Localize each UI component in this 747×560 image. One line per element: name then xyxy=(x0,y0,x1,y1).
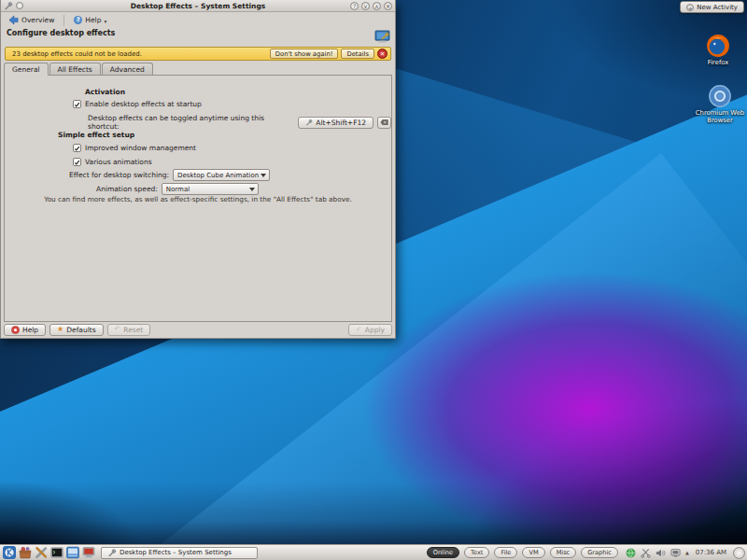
terminal-icon xyxy=(50,546,63,559)
tab-advanced[interactable]: Advanced xyxy=(102,63,153,75)
checkbox-label: Improved window management xyxy=(85,144,196,152)
overview-label: Overview xyxy=(21,16,54,24)
category-button-graphic[interactable]: Graphic xyxy=(581,547,618,558)
tray-expand-caret-icon[interactable]: ▲ xyxy=(685,550,689,555)
dont-show-again-button[interactable]: Don't show again! xyxy=(270,49,339,59)
shortcut-value: Alt+Shift+F12 xyxy=(316,119,366,127)
window-app-wrench-icon xyxy=(4,1,13,10)
page-title: Configure desktop effects xyxy=(7,29,115,37)
file-manager-icon xyxy=(66,546,79,559)
desktop-icon-chromium[interactable]: Chromium Web Browser xyxy=(690,84,747,125)
package-launcher-button[interactable] xyxy=(18,546,32,560)
warning-close-button[interactable]: ✕ xyxy=(377,49,388,59)
tab-general[interactable]: General xyxy=(4,63,49,76)
checkbox-checked-icon xyxy=(73,100,81,108)
help-menu-button[interactable]: ? Help ▾ xyxy=(70,15,110,25)
desktop-icon-firefox[interactable]: Firefox xyxy=(688,34,747,66)
warning-message: 23 desktop effects could not be loaded. xyxy=(12,50,142,58)
activation-heading: Activation xyxy=(85,88,125,96)
shortcut-clear-button[interactable] xyxy=(377,117,391,129)
button-label: Help xyxy=(22,326,38,334)
window-help-button[interactable]: ? xyxy=(350,2,359,10)
page-header: Configure desktop effects xyxy=(7,29,390,46)
tools-icon xyxy=(35,546,48,559)
volume-tray-icon[interactable] xyxy=(655,547,667,558)
reset-button[interactable]: ↶ Reset xyxy=(107,324,151,336)
new-activity-button[interactable]: + New Activity xyxy=(680,1,744,13)
animation-speed-label: Animation speed: xyxy=(96,185,158,193)
help-label: Help xyxy=(85,16,101,24)
display-tray-icon[interactable] xyxy=(670,547,682,558)
firefox-icon xyxy=(706,34,730,58)
selected-value: Normal xyxy=(166,186,190,193)
more-effects-note: You can find more effects, as well as ef… xyxy=(5,195,391,203)
clipboard-scissors-tray-icon[interactable] xyxy=(641,547,652,558)
chevron-down-icon: ▾ xyxy=(104,19,106,24)
details-button[interactable]: Details xyxy=(341,49,374,59)
window-minimize-button[interactable]: ∨ xyxy=(361,2,370,10)
computer-icon xyxy=(82,546,95,559)
desktop-icon-label: Firefox xyxy=(708,59,729,66)
shortcut-button[interactable]: Alt+Shift+F12 xyxy=(298,117,374,129)
desktop: + New Activity Firefox Chromium Web Brow… xyxy=(0,0,747,560)
selected-value: Desktop Cube Animation xyxy=(177,172,259,179)
various-animations-checkbox[interactable]: Various animations xyxy=(73,158,152,166)
terminal-launcher-button[interactable] xyxy=(49,546,63,560)
wrench-icon xyxy=(107,548,117,557)
category-button-online[interactable]: Online xyxy=(427,547,459,558)
help-button[interactable]: Help xyxy=(4,324,46,336)
chromium-icon xyxy=(708,84,732,108)
apply-button[interactable]: ✓ Apply xyxy=(348,324,392,336)
wrench-icon xyxy=(305,119,313,126)
system-tools-launcher-button[interactable] xyxy=(34,546,48,560)
desktop-icon-label: Chromium Web Browser xyxy=(690,109,747,125)
effect-for-desktop-switching-select[interactable]: Desktop Cube Animation xyxy=(173,169,270,181)
enable-effects-checkbox[interactable]: Enable desktop effects at startup xyxy=(73,100,202,108)
overview-button[interactable]: Overview xyxy=(5,14,58,26)
taskbar-task-desktop-effects[interactable]: Desktop Effects – System Settings xyxy=(101,547,258,559)
window-maximize-button[interactable]: ∧ xyxy=(373,2,381,10)
check-icon: ✓ xyxy=(356,326,362,333)
tab-bar: General All Effects Advanced xyxy=(4,63,154,76)
defaults-button[interactable]: ★ Defaults xyxy=(49,324,103,336)
clock[interactable]: 07:36 AM xyxy=(696,549,726,556)
checkbox-label: Various animations xyxy=(85,158,152,166)
defaults-icon: ★ xyxy=(57,326,63,333)
category-button-misc[interactable]: Misc xyxy=(550,547,577,558)
warning-banner: 23 desktop effects could not be loaded. … xyxy=(5,47,391,61)
checkbox-label: Enable desktop effects at startup xyxy=(85,100,202,108)
titlebar[interactable]: Desktop Effects – System Settings ? ∨ ∧ … xyxy=(1,0,395,12)
toolbar-separator xyxy=(63,15,64,26)
shortcut-label: Desktop effects can be toggled anytime u… xyxy=(88,114,294,131)
window-title: Desktop Effects – System Settings xyxy=(1,2,395,10)
kde-menu-button[interactable] xyxy=(2,546,16,560)
pin-button[interactable] xyxy=(16,2,23,9)
help-icon: ? xyxy=(74,16,82,24)
button-label: Apply xyxy=(365,326,385,334)
checkbox-checked-icon xyxy=(73,158,81,166)
new-activity-label: New Activity xyxy=(697,4,738,11)
network-globe-tray-icon[interactable] xyxy=(626,547,637,558)
lifebuoy-icon xyxy=(11,326,20,334)
undo-icon: ↶ xyxy=(115,326,121,333)
button-label: Reset xyxy=(123,326,143,334)
category-button-vm[interactable]: VM xyxy=(522,547,544,558)
window-toolbar: Overview ? Help ▾ xyxy=(1,12,395,28)
desktop-effects-icon xyxy=(374,29,390,47)
tab-all-effects[interactable]: All Effects xyxy=(49,63,101,75)
computer-launcher-button[interactable] xyxy=(81,546,95,560)
backspace-icon xyxy=(380,119,388,126)
package-icon xyxy=(19,546,32,559)
animation-speed-select[interactable]: Normal xyxy=(162,183,259,195)
button-label: Defaults xyxy=(66,326,95,334)
category-button-file[interactable]: File xyxy=(494,547,517,558)
window-close-button[interactable]: ✕ xyxy=(384,2,392,10)
taskbar: Desktop Effects – System Settings Online… xyxy=(0,544,747,560)
system-settings-window: Desktop Effects – System Settings ? ∨ ∧ … xyxy=(0,0,396,339)
chevron-down-icon xyxy=(249,188,255,191)
system-tray: ▲ 07:36 AM xyxy=(626,547,745,559)
improved-window-management-checkbox[interactable]: Improved window management xyxy=(73,144,196,152)
category-button-text[interactable]: Text xyxy=(464,547,489,558)
panel-cashew-button[interactable] xyxy=(733,547,745,559)
file-manager-launcher-button[interactable] xyxy=(65,546,79,560)
